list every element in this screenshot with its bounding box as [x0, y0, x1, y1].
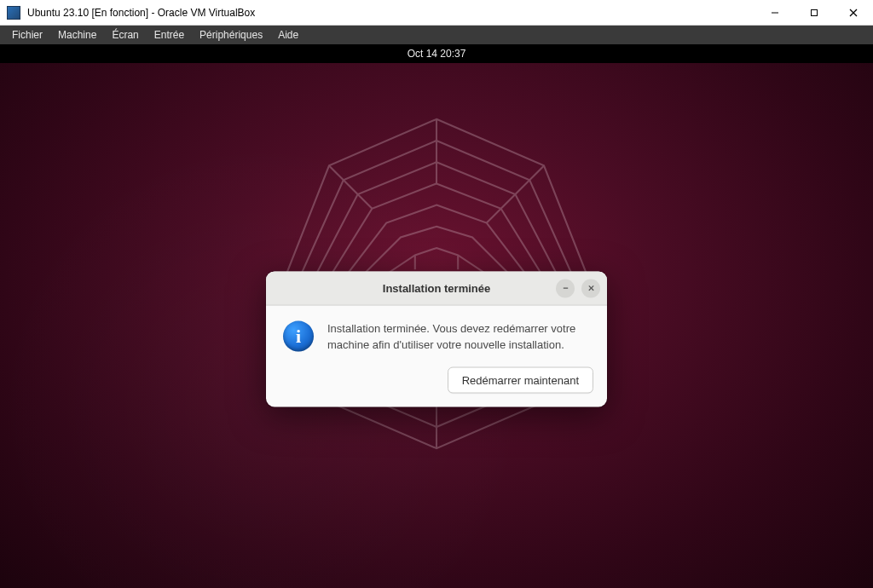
- install-complete-dialog: Installation terminée i Installation ter…: [266, 272, 607, 407]
- menu-fichier[interactable]: Fichier: [5, 27, 49, 43]
- minimize-icon: [562, 285, 569, 292]
- maximize-icon: [810, 9, 818, 17]
- restart-now-button[interactable]: Redémarrer maintenant: [448, 366, 593, 393]
- menu-ecran[interactable]: Écran: [105, 27, 145, 43]
- menu-entree[interactable]: Entrée: [147, 27, 191, 43]
- dialog-titlebar[interactable]: Installation terminée: [266, 272, 607, 306]
- guest-display: Oct 14 20:37: [0, 44, 873, 588]
- ubuntu-desktop: Installation terminée i Installation ter…: [0, 63, 873, 588]
- info-icon: i: [283, 321, 314, 352]
- vbox-menu-bar: Fichier Machine Écran Entrée Périphériqu…: [0, 26, 873, 44]
- svg-rect-1: [812, 9, 818, 15]
- close-button[interactable]: [834, 0, 873, 25]
- host-window-title: Ubuntu 23.10 [En fonction] - Oracle VM V…: [27, 7, 755, 19]
- dialog-title: Installation terminée: [383, 282, 490, 295]
- menu-peripheriques[interactable]: Périphériques: [193, 27, 269, 43]
- close-icon: [849, 9, 858, 17]
- minimize-button[interactable]: [755, 0, 795, 25]
- svg-line-18: [329, 165, 372, 208]
- dialog-close-button[interactable]: [581, 279, 600, 297]
- maximize-button[interactable]: [795, 0, 834, 25]
- close-icon: [587, 285, 595, 292]
- dialog-minimize-button[interactable]: [556, 279, 575, 297]
- menu-machine[interactable]: Machine: [51, 27, 103, 43]
- host-window-controls: [755, 0, 873, 25]
- virtualbox-app-icon: [7, 6, 20, 20]
- minimize-icon: [771, 9, 779, 17]
- svg-line-15: [487, 165, 544, 222]
- gnome-clock[interactable]: Oct 14 20:37: [408, 48, 466, 60]
- gnome-top-bar[interactable]: Oct 14 20:37: [0, 44, 873, 63]
- dialog-message: Installation terminée. Vous devez redéma…: [327, 321, 590, 354]
- menu-aide[interactable]: Aide: [271, 27, 305, 43]
- host-titlebar: Ubuntu 23.10 [En fonction] - Oracle VM V…: [0, 0, 873, 26]
